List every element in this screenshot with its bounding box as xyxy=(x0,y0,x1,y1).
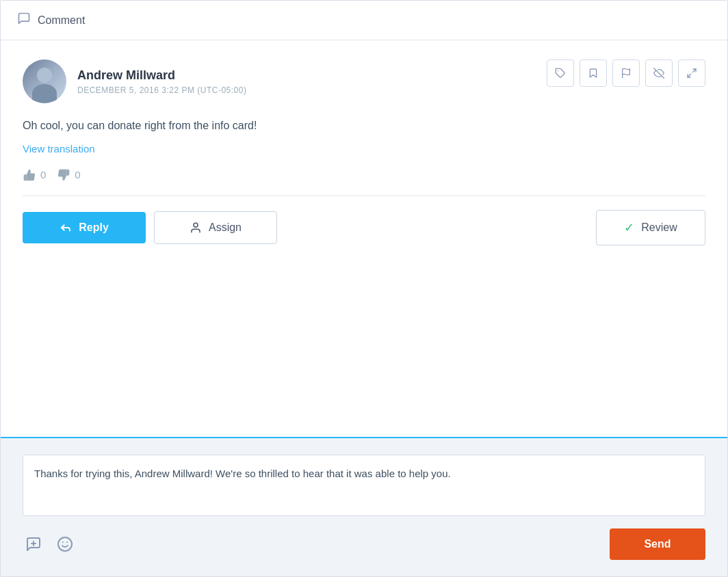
comment-author-area: Andrew Millward DECEMBER 5, 2016 3:22 PM… xyxy=(23,59,246,103)
svg-point-5 xyxy=(194,223,198,227)
assign-icon xyxy=(190,222,202,234)
comment-meta: Andrew Millward DECEMBER 5, 2016 3:22 PM… xyxy=(23,59,705,103)
svg-line-3 xyxy=(692,69,696,72)
reply-button[interactable]: Reply xyxy=(23,212,146,243)
review-button[interactable]: ✓ Review xyxy=(596,210,705,245)
author-name: Andrew Millward xyxy=(77,68,246,83)
comment-section: Andrew Millward DECEMBER 5, 2016 3:22 PM… xyxy=(1,40,727,437)
reply-icon xyxy=(60,222,72,234)
svg-line-4 xyxy=(688,74,691,77)
review-button-label: Review xyxy=(641,222,677,234)
divider xyxy=(23,196,705,196)
card-header: Comment xyxy=(1,1,727,40)
view-translation-link[interactable]: View translation xyxy=(23,143,95,155)
thumbs-down-icon xyxy=(57,168,70,182)
action-buttons: Reply Assign ✓ Review xyxy=(23,210,705,251)
reply-tools xyxy=(23,533,76,555)
reply-footer: Send xyxy=(23,528,705,560)
tag-button[interactable] xyxy=(547,59,574,87)
expand-button[interactable] xyxy=(678,59,705,87)
reply-textarea[interactable] xyxy=(23,455,705,516)
comment-actions xyxy=(547,59,705,87)
comment-icon xyxy=(17,12,31,29)
flag-button[interactable] xyxy=(612,59,640,87)
upvote-button[interactable]: 0 xyxy=(23,168,46,182)
emoji-icon xyxy=(57,536,73,552)
hide-button[interactable] xyxy=(645,59,673,87)
comment-card: Comment Andrew Millward DECEMBER 5, 2016… xyxy=(0,0,728,577)
comment-body: Oh cool, you can donate right from the i… xyxy=(23,117,705,135)
avatar xyxy=(23,59,66,103)
add-comment-button[interactable] xyxy=(23,533,44,555)
assign-button-label: Assign xyxy=(209,222,242,234)
emoji-button[interactable] xyxy=(54,533,76,555)
downvote-count: 0 xyxy=(75,169,80,180)
bookmark-button[interactable] xyxy=(580,59,607,87)
check-icon: ✓ xyxy=(624,220,634,235)
reply-button-label: Reply xyxy=(79,222,109,234)
vote-area: 0 0 xyxy=(23,168,705,182)
assign-button[interactable]: Assign xyxy=(154,211,277,244)
reply-section: Send xyxy=(1,437,727,576)
author-info: Andrew Millward DECEMBER 5, 2016 3:22 PM… xyxy=(77,68,246,95)
svg-point-8 xyxy=(58,537,72,551)
author-date: DECEMBER 5, 2016 3:22 PM (UTC-05:00) xyxy=(77,85,246,95)
send-button[interactable]: Send xyxy=(610,528,705,560)
add-comment-icon xyxy=(25,536,42,552)
upvote-count: 0 xyxy=(40,169,46,180)
card-header-title: Comment xyxy=(38,14,85,27)
downvote-button[interactable]: 0 xyxy=(57,168,80,182)
thumbs-up-icon xyxy=(23,168,36,182)
